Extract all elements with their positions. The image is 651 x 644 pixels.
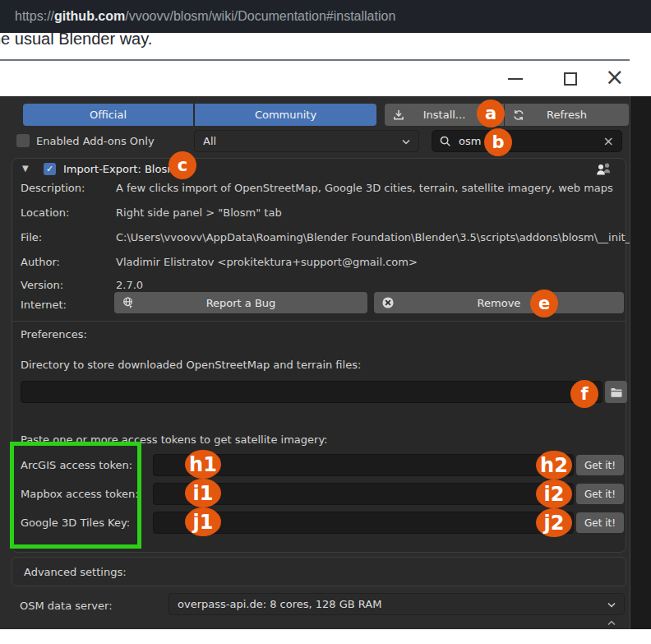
enabled-addons-only-checkbox[interactable] — [16, 134, 30, 147]
close-icon[interactable]: × — [605, 66, 624, 89]
search-input[interactable]: osm × — [432, 130, 622, 152]
category-filter-dropdown[interactable]: All — [194, 130, 419, 152]
folder-icon — [610, 386, 623, 399]
annotation-marker-j1: j1 — [185, 507, 221, 536]
advanced-settings-label: Advanced settings: — [24, 566, 127, 578]
maximize-icon[interactable] — [564, 72, 577, 86]
search-icon — [439, 135, 452, 148]
info-label: File: — [21, 231, 42, 243]
info-value: 2.7.0 — [116, 279, 143, 291]
directory-input[interactable] — [21, 381, 603, 403]
section-divider — [12, 321, 626, 322]
advanced-settings-panel[interactable]: Advanced settings: — [12, 557, 626, 586]
info-value: Right side panel > "Blosm" tab — [116, 206, 282, 219]
search-clear-icon[interactable]: × — [603, 133, 614, 149]
minimize-icon[interactable] — [508, 78, 523, 80]
chevron-up-icon[interactable] — [605, 618, 618, 628]
refresh-label: Refresh — [547, 109, 587, 121]
expand-triangle-icon[interactable]: ▼ — [22, 164, 29, 173]
url-host: github.com — [54, 9, 125, 23]
community-tab[interactable]: Community — [195, 104, 376, 126]
webpage-horizontal-rule — [0, 59, 630, 61]
info-value: Vladimir Elistratov <prokitektura+suppor… — [116, 256, 418, 268]
webpage-background — [0, 629, 651, 644]
url-scheme: https:// — [15, 9, 54, 23]
directory-label: Directory to store downloaded OpenStreet… — [21, 359, 361, 371]
report-bug-label: Report a Bug — [206, 297, 276, 309]
annotation-marker-j2: j2 — [536, 508, 572, 537]
window-edge-strip — [630, 96, 651, 629]
screenshot-root: https://github.com/vvoovv/blosm/wiki/Doc… — [0, 0, 651, 644]
info-label: Location: — [21, 206, 69, 219]
addon-box: ▼ ✓ Import-Export: Blosm Description: A … — [12, 158, 626, 553]
annotation-marker-c: c — [169, 151, 196, 179]
addon-header[interactable]: ▼ ✓ Import-Export: Blosm — [12, 159, 626, 180]
globe-icon — [122, 296, 135, 309]
arcgis-token-label: ArcGIS access token: — [21, 454, 152, 476]
community-users-icon — [595, 162, 612, 176]
annotation-marker-b: b — [484, 128, 512, 156]
install-label: Install... — [423, 109, 466, 121]
remove-label: Remove — [478, 297, 521, 309]
refresh-button[interactable]: Refresh — [505, 104, 629, 126]
mapbox-token-label: Mapbox access token: — [21, 483, 152, 505]
remove-button[interactable]: Remove — [374, 292, 624, 313]
info-label: Author: — [21, 256, 60, 268]
mapbox-get-it-button[interactable]: Get it! — [576, 484, 624, 504]
download-icon — [392, 109, 405, 122]
preferences-title: Preferences: — [21, 328, 87, 341]
chevron-down-icon — [605, 598, 618, 611]
tokens-heading: Paste one or more access tokens to get s… — [21, 433, 328, 446]
google-get-it-button[interactable]: Get it! — [576, 512, 624, 533]
osm-server-value: overpass-api.de: 8 cores, 128 GB RAM — [178, 598, 381, 610]
report-bug-button[interactable]: Report a Bug — [114, 292, 367, 313]
category-filter-value: All — [203, 135, 216, 147]
addon-title: Import-Export: Blosm — [63, 163, 178, 175]
browse-folder-button[interactable] — [605, 381, 627, 403]
page-url: https://github.com/vvoovv/blosm/wiki/Doc… — [15, 9, 395, 24]
annotation-marker-f: f — [570, 380, 598, 408]
osm-server-dropdown[interactable]: overpass-api.de: 8 cores, 128 GB RAM — [169, 593, 625, 615]
info-value: C:\Users\vvoovv\AppData\Roaming\Blender … — [116, 231, 651, 243]
enabled-addons-only-label: Enabled Add-ons Only — [36, 135, 155, 147]
search-value: osm — [459, 135, 481, 147]
chevron-down-icon — [399, 135, 413, 148]
info-label: Version: — [21, 279, 63, 291]
circle-x-icon — [381, 296, 395, 309]
osm-server-label: OSM data server: — [20, 600, 113, 612]
annotation-marker-a: a — [477, 100, 505, 127]
blender-preferences-panel: Official Community Install... Refresh En… — [0, 96, 630, 629]
info-value: A few clicks import of OpenStreetMap, Go… — [116, 182, 613, 194]
addon-enabled-checkbox[interactable]: ✓ — [44, 163, 56, 175]
refresh-icon — [512, 109, 525, 122]
url-path: /vvoovv/blosm/wiki/Documentation#install… — [125, 9, 395, 23]
official-tab[interactable]: Official — [23, 104, 193, 126]
info-label: Description: — [21, 182, 85, 194]
google-3d-tiles-key-label: Google 3D Tiles Key: — [21, 512, 152, 534]
annotation-marker-i2: i2 — [536, 480, 572, 508]
annotation-marker-e: e — [530, 290, 558, 317]
annotation-marker-h2: h2 — [536, 451, 572, 480]
arcgis-get-it-button[interactable]: Get it! — [576, 455, 624, 475]
annotation-marker-i1: i1 — [185, 479, 221, 507]
annotation-marker-h1: h1 — [185, 450, 221, 479]
internet-label: Internet: — [21, 299, 67, 311]
browser-url-bar[interactable]: https://github.com/vvoovv/blosm/wiki/Doc… — [0, 0, 651, 33]
